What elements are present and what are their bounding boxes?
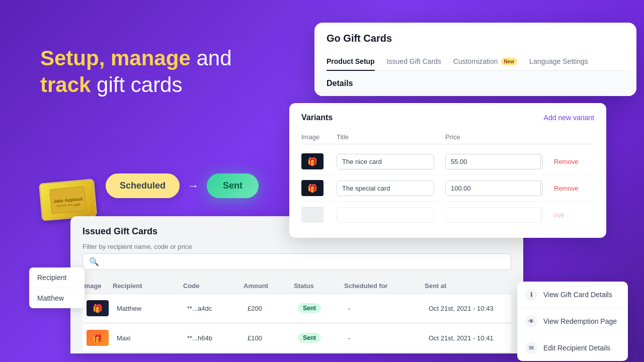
td-scheduled-matthew: - [348, 305, 429, 312]
td-recipient-maxi: Maxi [117, 334, 187, 342]
status-flow: Scheduled → Sent [106, 173, 259, 198]
td-recipient-matthew: Matthew [117, 305, 187, 312]
table-row-maxi: 🎁 Maxi **...h64b £100 Sent - Oct 21st, 2… [83, 324, 511, 352]
tab-language-settings[interactable]: Language Settings [529, 52, 588, 70]
td-scheduled-maxi: - [348, 334, 429, 342]
variant-price-cell-1: ▲ ▼ [445, 154, 554, 169]
remove-cell-1: Remove [554, 157, 594, 166]
price-up-2[interactable]: ▲ [541, 181, 543, 188]
price-down-3[interactable]: ▼ [541, 215, 543, 222]
search-box: 🔍 [83, 253, 511, 270]
price-spinners-3: ▲ ▼ [540, 208, 543, 222]
context-view-gift-card[interactable]: ℹ View Gift Card Details [517, 282, 628, 308]
search-icon: 🔍 [89, 257, 99, 266]
price-down-2[interactable]: ▼ [541, 188, 543, 195]
variant-price-cell-2: ▲ ▼ [445, 180, 554, 196]
th-sentat: Sent at [425, 282, 515, 290]
gift-card-visual: Jake Applaud **** **** **** 1234 [39, 178, 97, 221]
variant-title-input-2[interactable] [337, 180, 434, 196]
variants-header: Variants Add new variant [301, 113, 594, 122]
variant-price-input-3[interactable] [446, 208, 540, 222]
mail-icon: ✉ [525, 342, 537, 354]
tab-product-setup[interactable]: Product Setup [327, 52, 375, 70]
remove-link-2[interactable]: Remove [554, 185, 578, 192]
partial-thumb [301, 207, 324, 223]
arrow-icon: → [188, 179, 199, 193]
variants-title: Variants [301, 113, 333, 122]
variant-thumb-3 [301, 207, 337, 223]
td-image-matthew: 🎁 [87, 300, 117, 316]
remove-cell-2: Remove [554, 184, 594, 193]
variants-panel: Variants Add new variant Image Title Pri… [289, 103, 606, 238]
tooltip-row-value: Matthew [29, 288, 85, 308]
sent-badge: Sent [207, 173, 259, 198]
td-amount-maxi: £100 [248, 334, 298, 342]
eye-icon: 👁 [525, 315, 537, 327]
td-code-maxi: **...h64b [187, 334, 248, 342]
variant-price-wrap-3: ▲ ▼ [445, 207, 543, 223]
remove-link-1[interactable]: Remove [554, 158, 578, 165]
td-status-matthew: Sent [298, 303, 348, 313]
price-spinners-2: ▲ ▼ [540, 181, 543, 195]
context-view-redemption[interactable]: 👁 View Redemption Page [517, 308, 628, 335]
variant-title-input-3[interactable] [337, 207, 434, 223]
app-title: Go Gift Cards [327, 33, 624, 44]
td-image-maxi: 🎁 [87, 330, 117, 346]
variant-title-input-1[interactable] [337, 154, 434, 169]
hero-normal-1: and [191, 46, 232, 70]
remove-cell-3: ove [554, 210, 594, 219]
table-row-matthew: 🎁 Matthew **...a4dc £200 Sent - Oct 21st… [83, 294, 511, 323]
add-variant-link[interactable]: Add new variant [544, 114, 594, 122]
variant-price-input-2[interactable] [446, 181, 540, 196]
td-sentat-maxi: Oct 21st, 2021 - 10:41 [429, 334, 519, 342]
price-spinners-1: ▲ ▼ [540, 154, 543, 168]
tooltip-row-label: Recipient [29, 267, 85, 288]
context-edit-recipient[interactable]: ✉ Edit Recipient Details [517, 335, 628, 361]
tabs: Product Setup Issued Gift Cards Customiz… [327, 52, 624, 71]
app-header: Go Gift Cards Product Setup Issued Gift … [314, 23, 636, 71]
search-input[interactable] [103, 258, 505, 266]
tab-customization[interactable]: Customization New [453, 52, 517, 70]
price-up-3[interactable]: ▲ [541, 208, 543, 215]
recipient-tooltip: Recipient Matthew [29, 267, 85, 308]
th-scheduled: Scheduled for [344, 282, 425, 290]
variant-title-cell-3 [337, 207, 445, 223]
hero-text: Setup, manage and track gift cards [40, 45, 232, 98]
context-menu: ℹ View Gift Card Details 👁 View Redempti… [517, 282, 628, 361]
app-panel: Go Gift Cards Product Setup Issued Gift … [314, 23, 636, 96]
th-image: Image [83, 282, 113, 290]
variant-row-3: ▲ ▼ ove [301, 202, 594, 228]
variant-row-2: 🎁 ▲ ▼ Remove [301, 175, 594, 202]
th-status: Status [294, 282, 344, 290]
col-title: Title [337, 133, 445, 141]
th-recipient: Recipient [113, 282, 183, 290]
td-status-maxi: Sent [298, 333, 348, 343]
td-sentat-matthew: Oct 21st, 2021 - 10:43 [429, 305, 519, 312]
info-icon: ℹ [525, 289, 537, 301]
variant-price-wrap-2: ▲ ▼ [445, 180, 543, 196]
gift-card-image: Jake Applaud **** **** **** 1234 [40, 181, 96, 219]
section-details: Details [327, 79, 624, 88]
context-label-1: View Gift Card Details [543, 291, 612, 299]
price-down-1[interactable]: ▼ [541, 161, 543, 168]
remove-link-3[interactable]: ove [554, 211, 565, 219]
hero-bold-2: track [40, 73, 91, 97]
th-code: Code [183, 282, 244, 290]
variant-thumb-1: 🎁 [301, 153, 337, 169]
col-price: Price [445, 133, 554, 141]
hero-bold-1: Setup, manage [40, 46, 191, 70]
variant-price-cell-3: ▲ ▼ [445, 207, 554, 223]
context-label-2: View Redemption Page [543, 317, 617, 325]
variant-title-cell-1 [337, 154, 445, 169]
scheduled-badge: Scheduled [106, 173, 180, 198]
hero-normal-2: gift cards [91, 73, 182, 97]
variant-price-input-1[interactable] [446, 154, 540, 169]
variant-row-1: 🎁 ▲ ▼ Remove [301, 148, 594, 175]
price-up-1[interactable]: ▲ [541, 154, 543, 161]
tab-issued-gift-cards[interactable]: Issued Gift Cards [387, 52, 441, 70]
filter-label: Filter by recipient name, code or price [83, 243, 511, 250]
app-body: Details [314, 71, 636, 96]
variant-title-cell-2 [337, 180, 445, 196]
variant-thumb-2: 🎁 [301, 180, 337, 196]
new-badge: New [501, 58, 518, 65]
